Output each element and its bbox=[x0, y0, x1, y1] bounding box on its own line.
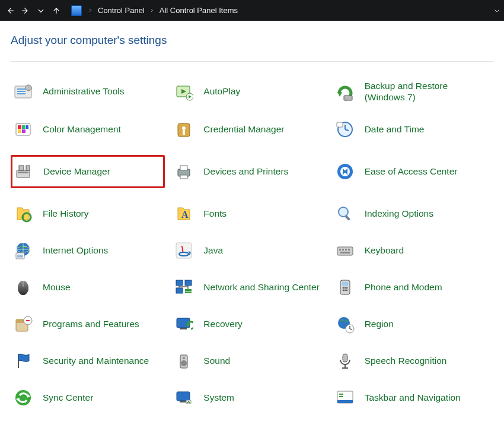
cp-item-region[interactable]: Region bbox=[333, 313, 487, 335]
forward-button[interactable] bbox=[19, 2, 32, 19]
cp-item-indexing-options[interactable]: Indexing Options bbox=[333, 202, 487, 225]
cp-item-system[interactable]: System bbox=[171, 386, 326, 409]
ease-access-icon bbox=[335, 161, 355, 182]
breadcrumb-root[interactable]: Control Panel bbox=[95, 5, 147, 16]
cp-item-label: Fonts bbox=[203, 208, 227, 220]
cp-item-label: Speech Recognition bbox=[365, 356, 447, 367]
font-icon bbox=[174, 204, 194, 224]
chevron-down-icon bbox=[37, 7, 45, 15]
recent-locations-button[interactable] bbox=[34, 2, 47, 19]
breadcrumb[interactable]: Control Panel All Control Panel Items bbox=[88, 5, 491, 16]
cp-item-label: Sync Center bbox=[43, 392, 93, 404]
cp-item-label: Device Manager bbox=[43, 166, 110, 177]
system-icon bbox=[174, 388, 194, 408]
up-button[interactable] bbox=[50, 2, 63, 19]
arrow-right-icon bbox=[21, 7, 30, 15]
sync-icon bbox=[13, 388, 33, 408]
network-icon bbox=[174, 277, 194, 297]
cp-item-network-sharing[interactable]: Network and Sharing Center bbox=[171, 276, 326, 299]
programs-icon bbox=[13, 314, 33, 334]
cp-item-label: Devices and Printers bbox=[203, 166, 288, 177]
cp-item-label: Security and Maintenance bbox=[43, 356, 149, 367]
phone-icon bbox=[335, 277, 355, 297]
flag-icon bbox=[13, 351, 33, 371]
cp-item-label: Mouse bbox=[43, 282, 71, 293]
mic-icon bbox=[335, 351, 355, 371]
cp-item-backup-restore[interactable]: Backup and Restore (Windows 7) bbox=[333, 80, 487, 104]
indexing-icon bbox=[335, 204, 355, 224]
chevron-right-icon bbox=[149, 6, 155, 15]
cp-item-label: File History bbox=[43, 208, 89, 220]
breadcrumb-leaf[interactable]: All Control Panel Items bbox=[157, 5, 240, 16]
cp-item-label: Indexing Options bbox=[365, 208, 433, 220]
chevron-right-icon bbox=[88, 6, 93, 15]
cp-item-date-time[interactable]: Date and Time bbox=[333, 118, 487, 141]
cp-item-windows-defender[interactable]: Windows Defender Firewall bbox=[171, 423, 326, 428]
keyboard-icon bbox=[335, 240, 355, 261]
cp-item-phone-modem[interactable]: Phone and Modem bbox=[333, 276, 487, 299]
back-button[interactable] bbox=[4, 2, 17, 19]
printer-icon bbox=[174, 161, 194, 182]
mouse-icon bbox=[13, 277, 33, 297]
cp-item-device-manager[interactable]: Device Manager bbox=[11, 155, 165, 188]
page-title: Adjust your computer's settings bbox=[11, 34, 493, 47]
taskbar-icon bbox=[335, 388, 355, 408]
address-bar-dropdown[interactable] bbox=[493, 7, 500, 14]
cp-item-sound[interactable]: Sound bbox=[171, 350, 326, 372]
cp-item-label: Color Management bbox=[43, 124, 121, 135]
cp-item-programs-features[interactable]: Programs and Features bbox=[11, 313, 165, 335]
users-icon bbox=[13, 424, 33, 428]
recovery-icon bbox=[174, 314, 194, 334]
backup-icon bbox=[335, 82, 355, 102]
cp-item-label: Taskbar and Navigation bbox=[365, 392, 461, 404]
cp-item-label: Backup and Restore (Windows 7) bbox=[365, 81, 484, 103]
cp-item-windows-mobility[interactable]: Windows Mobility Center bbox=[333, 423, 487, 428]
java-icon bbox=[174, 240, 194, 261]
region-icon bbox=[335, 314, 355, 334]
cp-item-speech-recognition[interactable]: Speech Recognition bbox=[333, 350, 487, 372]
cp-item-label: Programs and Features bbox=[43, 319, 139, 330]
cp-item-label: Credential Manager bbox=[203, 124, 284, 135]
cp-item-color-management[interactable]: Color Management bbox=[11, 118, 165, 141]
control-panel-icon bbox=[71, 5, 82, 16]
address-bar: Control Panel All Control Panel Items bbox=[0, 0, 504, 21]
chevron-down-icon bbox=[493, 7, 500, 14]
cp-item-label: Phone and Modem bbox=[365, 282, 442, 293]
cp-item-file-history[interactable]: File History bbox=[11, 202, 165, 225]
cp-item-fonts[interactable]: Fonts bbox=[171, 202, 326, 225]
speaker-icon bbox=[174, 351, 194, 371]
cp-item-security-maintenance[interactable]: Security and Maintenance bbox=[11, 350, 165, 372]
credential-icon bbox=[174, 119, 194, 140]
cp-item-label: System bbox=[203, 392, 234, 404]
cp-item-ease-of-access[interactable]: Ease of Access Center bbox=[333, 155, 487, 188]
cp-item-label: Sound bbox=[203, 356, 230, 367]
cp-item-sync-center[interactable]: Sync Center bbox=[11, 386, 165, 409]
globe-icon bbox=[13, 240, 33, 261]
cp-item-label: AutoPlay bbox=[203, 86, 240, 97]
color-icon bbox=[13, 119, 33, 140]
cp-item-mouse[interactable]: Mouse bbox=[11, 276, 165, 299]
cp-item-taskbar-navigation[interactable]: Taskbar and Navigation bbox=[333, 386, 487, 409]
content-area: Adjust your computer's settings Administ… bbox=[0, 21, 504, 428]
cp-item-label: Internet Options bbox=[43, 245, 108, 256]
file-history-icon bbox=[13, 204, 33, 224]
autoplay-icon bbox=[174, 82, 194, 102]
cp-item-label: Network and Sharing Center bbox=[203, 282, 320, 293]
cp-item-label: Recovery bbox=[203, 319, 242, 330]
divider bbox=[11, 61, 493, 62]
device-manager-icon bbox=[14, 161, 34, 182]
cp-item-autoplay[interactable]: AutoPlay bbox=[171, 80, 326, 104]
control-panel-grid: Administrative ToolsAutoPlayBackup and R… bbox=[11, 80, 493, 428]
cp-item-user-accounts[interactable]: User Accounts bbox=[11, 423, 165, 428]
cp-item-credential-manager[interactable]: Credential Manager bbox=[171, 118, 326, 141]
cp-item-devices-printers[interactable]: Devices and Printers bbox=[171, 155, 326, 188]
cp-item-label: Region bbox=[365, 319, 394, 330]
cp-item-keyboard[interactable]: Keyboard bbox=[333, 239, 487, 262]
cp-item-internet-options[interactable]: Internet Options bbox=[11, 239, 165, 262]
firewall-icon bbox=[174, 424, 194, 428]
cp-item-administrative-tools[interactable]: Administrative Tools bbox=[11, 80, 165, 104]
mobility-icon bbox=[335, 424, 355, 428]
cp-item-java[interactable]: Java bbox=[171, 239, 326, 262]
cp-item-recovery[interactable]: Recovery bbox=[171, 313, 326, 335]
cp-item-label: Ease of Access Center bbox=[365, 166, 458, 177]
